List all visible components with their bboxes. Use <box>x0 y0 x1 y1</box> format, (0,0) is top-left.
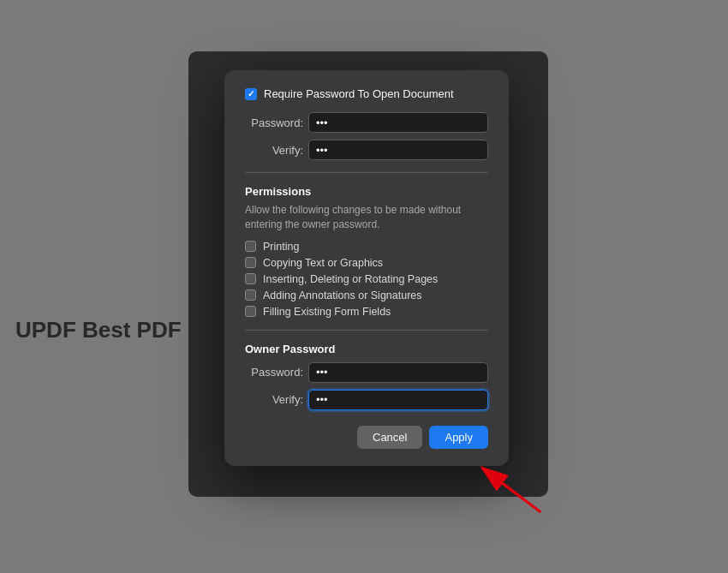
owner-password-input[interactable] <box>308 362 488 383</box>
require-password-label: Require Password To Open Document <box>264 87 454 100</box>
apply-button[interactable]: Apply <box>429 426 488 449</box>
app-background-label: UPDF Best PDF Ed <box>15 317 216 343</box>
perm-row-form[interactable]: Filling Existing Form Fields <box>245 306 488 318</box>
perm-row-annotations[interactable]: Adding Annotations or Signatures <box>245 289 488 301</box>
divider-2 <box>245 330 488 331</box>
perm-row-printing[interactable]: Printing <box>245 241 488 253</box>
perm-copying-label: Copying Text or Graphics <box>263 257 383 269</box>
open-verify-label: Verify: <box>245 144 303 157</box>
perm-printing-checkbox[interactable] <box>245 241 256 252</box>
open-password-input[interactable] <box>308 112 488 133</box>
open-password-label: Password: <box>245 116 303 129</box>
divider-1 <box>245 172 488 173</box>
owner-password-label: Password: <box>245 366 303 379</box>
perm-copying-checkbox[interactable] <box>245 257 256 268</box>
perm-row-inserting[interactable]: Inserting, Deleting or Rotating Pages <box>245 273 488 285</box>
cancel-button[interactable]: Cancel <box>357 426 422 449</box>
perm-form-checkbox[interactable] <box>245 306 256 317</box>
perm-inserting-checkbox[interactable] <box>245 273 256 284</box>
permissions-description: Allow the following changes to be made w… <box>245 203 488 232</box>
security-dialog: Require Password To Open Document Passwo… <box>224 70 509 466</box>
dialog-button-row: Cancel Apply <box>245 426 488 449</box>
owner-password-row: Password: <box>245 362 488 383</box>
perm-inserting-label: Inserting, Deleting or Rotating Pages <box>263 273 438 285</box>
open-verify-row: Verify: <box>245 140 488 160</box>
perm-form-label: Filling Existing Form Fields <box>263 306 391 318</box>
open-password-row: Password: <box>245 112 488 133</box>
owner-verify-row: Verify: <box>245 390 488 410</box>
open-verify-input[interactable] <box>308 140 488 160</box>
perm-annotations-label: Adding Annotations or Signatures <box>263 289 422 301</box>
permissions-title: Permissions <box>245 185 488 198</box>
perm-row-copying[interactable]: Copying Text or Graphics <box>245 257 488 269</box>
perm-printing-label: Printing <box>263 241 299 253</box>
owner-verify-label: Verify: <box>245 393 303 406</box>
owner-password-title: Owner Password <box>245 343 488 355</box>
require-password-row[interactable]: Require Password To Open Document <box>245 87 488 100</box>
perm-annotations-checkbox[interactable] <box>245 289 256 301</box>
owner-verify-input[interactable] <box>308 390 488 410</box>
require-password-checkbox[interactable] <box>245 88 257 100</box>
